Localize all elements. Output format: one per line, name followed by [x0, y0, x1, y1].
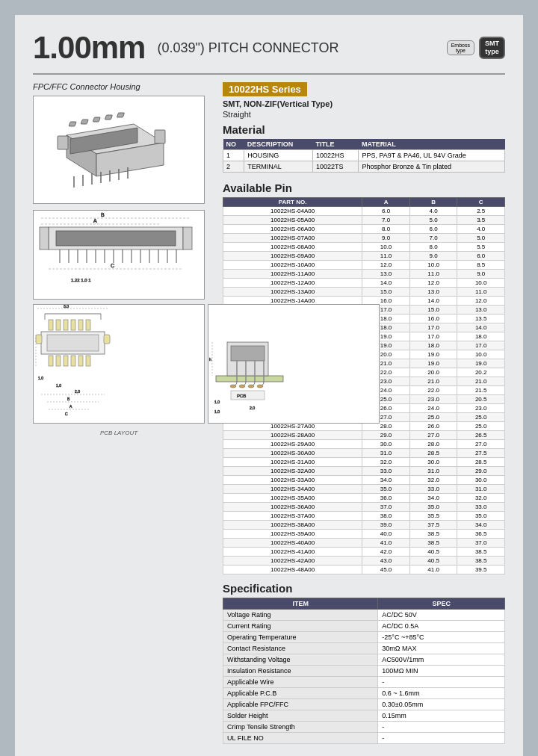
pin-row: 10022HS-31A0032.030.028.5	[223, 458, 505, 467]
svg-text:1.0: 1.0	[38, 376, 43, 380]
product-sub: Straight	[223, 110, 505, 119]
svg-rect-59	[64, 356, 68, 366]
pin-row: 10022HS-06A008.06.04.0	[223, 225, 505, 234]
pin-row: 10022HS-35A0036.034.032.0	[223, 494, 505, 503]
main-layout: FPC/FFC Connector Housing	[33, 82, 505, 744]
svg-rect-52	[78, 320, 83, 330]
product-desc: SMT, NON-ZIF(Vertical Type)	[223, 99, 505, 108]
svg-rect-6	[105, 115, 112, 120]
svg-text:3.0: 3.0	[64, 305, 69, 309]
title-main: 1.00mm	[33, 30, 145, 66]
svg-text:1.0: 1.0	[214, 409, 220, 414]
svg-text:h: h	[209, 357, 211, 362]
svg-text:A: A	[93, 218, 97, 223]
svg-rect-74	[216, 376, 283, 382]
pin-row: 10022HS-36A0037.035.033.0	[223, 503, 505, 512]
pin-row: 10022HS-41A0042.040.538.5	[223, 548, 505, 557]
pcb-layout-container: 3.0	[33, 304, 205, 438]
iso-svg	[44, 102, 194, 199]
svg-rect-16	[58, 136, 68, 149]
spec-row: Current RatingAC/DC 0.5A	[223, 621, 505, 632]
pcb-assy-container: PCB h 1.0 2.0 1.0 PCB ASS'Y	[208, 304, 380, 438]
spec-row: Crimp Tensile Strength-	[223, 722, 505, 733]
mat-col-material: MATERIAL	[359, 139, 505, 150]
svg-rect-55	[47, 335, 99, 351]
material-row: 1HOUSING10022HSPPS, PA9T & PA46, UL 94V …	[223, 150, 505, 161]
pin-row: 10022HS-38A0039.037.534.0	[223, 521, 505, 530]
svg-rect-48	[49, 320, 53, 330]
title-sub: (0.039") PITCH CONNECTOR	[157, 40, 338, 56]
pcb-layout-svg: 3.0	[34, 305, 112, 421]
pin-title: Available Pin	[223, 182, 505, 194]
pin-row: 10022HS-39A0040.038.536.5	[223, 530, 505, 539]
svg-rect-7	[117, 113, 124, 117]
svg-rect-23	[56, 231, 176, 246]
svg-rect-62	[86, 356, 90, 366]
svg-point-84	[257, 385, 263, 388]
pin-row: 10022HS-32A0033.031.029.0	[223, 467, 505, 476]
pin-col-partno: PART NO.	[223, 198, 362, 207]
badge-area: Emboss type SMT type	[447, 37, 505, 59]
spec-row: Solder Height0.15mm	[223, 710, 505, 722]
pin-row: 10022HS-28A0029.027.026.5	[223, 431, 505, 440]
svg-rect-61	[78, 356, 83, 366]
spec-col-item: ITEM	[223, 598, 378, 610]
spec-table: ITEM SPEC Voltage RatingAC/DC 50VCurrent…	[223, 598, 505, 744]
spec-title: Specification	[223, 582, 505, 595]
svg-text:A: A	[69, 404, 72, 409]
pcb-drawings-row: 3.0	[33, 304, 212, 438]
pin-row: 10022HS-04A006.04.02.5	[223, 207, 505, 216]
svg-rect-51	[71, 320, 75, 330]
svg-text:B: B	[101, 212, 105, 217]
material-table: NO DESCRIPTION TITLE MATERIAL 1HOUSING10…	[223, 139, 505, 173]
smt-badge: SMT type	[479, 37, 505, 59]
spec-row: UL FILE NO-	[223, 733, 505, 744]
spec-row: Applicable FPC/FFC0.30±0.05mm	[223, 699, 505, 710]
svg-point-83	[248, 385, 254, 388]
pin-row: 10022HS-13A0015.013.011.0	[223, 288, 505, 297]
page: 1.00mm (0.039") PITCH CONNECTOR Emboss t…	[15, 15, 523, 756]
svg-text:1.0: 1.0	[56, 383, 61, 388]
svg-text:PCB: PCB	[237, 394, 246, 398]
svg-text:B: B	[67, 397, 70, 401]
spec-row: Applicable P.C.B0.6 ~ 1.6mm	[223, 688, 505, 699]
pin-row: 10022HS-10A0012.010.08.5	[223, 261, 505, 270]
mat-col-no: NO	[223, 139, 244, 150]
svg-text:1.22 1.0 1: 1.22 1.0 1	[71, 278, 91, 282]
pin-row: 10022HS-12A0014.012.010.0	[223, 279, 505, 288]
spec-row: Withstanding VoltageAC500V/1mm	[223, 654, 505, 666]
iso-drawing	[33, 96, 205, 204]
svg-text:C: C	[65, 412, 68, 416]
pin-row: 10022HS-29A0030.028.027.0	[223, 440, 505, 449]
svg-rect-85	[231, 391, 265, 400]
pin-row: 10022HS-09A0011.09.06.0	[223, 252, 505, 261]
svg-rect-42	[183, 227, 192, 250]
svg-point-81	[230, 385, 236, 388]
svg-rect-41	[40, 227, 49, 250]
svg-rect-58	[56, 356, 61, 366]
material-title: Material	[223, 123, 505, 136]
mat-col-title: TITLE	[313, 139, 359, 150]
mat-col-desc: DESCRIPTION	[244, 139, 313, 150]
svg-text:C: C	[111, 263, 114, 268]
spec-row: Applicable Wire-	[223, 677, 505, 688]
svg-rect-63	[36, 335, 42, 344]
series-name: 10022HS Series	[223, 82, 307, 96]
pin-row: 10022HS-08A0010.08.05.5	[223, 243, 505, 252]
pin-col-a: A	[362, 198, 410, 207]
spec-col-value: SPEC	[378, 598, 505, 610]
pin-row: 10022HS-40A0041.038.537.0	[223, 539, 505, 548]
pin-row: 10022HS-37A0038.035.535.0	[223, 512, 505, 521]
pin-row: 10022HS-07A009.07.05.0	[223, 234, 505, 243]
pin-row: 10022HS-30A0031.028.527.5	[223, 449, 505, 458]
svg-rect-60	[71, 356, 75, 366]
top-view-svg: B A	[34, 211, 198, 293]
svg-rect-4	[81, 120, 88, 124]
pcb-layout-label: PCB LAYOUT	[33, 428, 205, 438]
pin-row: 10022HS-42A0043.040.538.5	[223, 557, 505, 566]
material-row: 2TERMINAL10022TSPhosphor Bronze & Tin pl…	[223, 161, 505, 173]
svg-rect-49	[56, 320, 61, 330]
pin-row: 10022HS-33A0034.032.030.0	[223, 476, 505, 485]
pcb-assy-svg: PCB h 1.0 2.0 1.0	[208, 305, 287, 421]
series-info: 10022HS Series SMT, NON-ZIF(Vertical Typ…	[223, 82, 505, 119]
